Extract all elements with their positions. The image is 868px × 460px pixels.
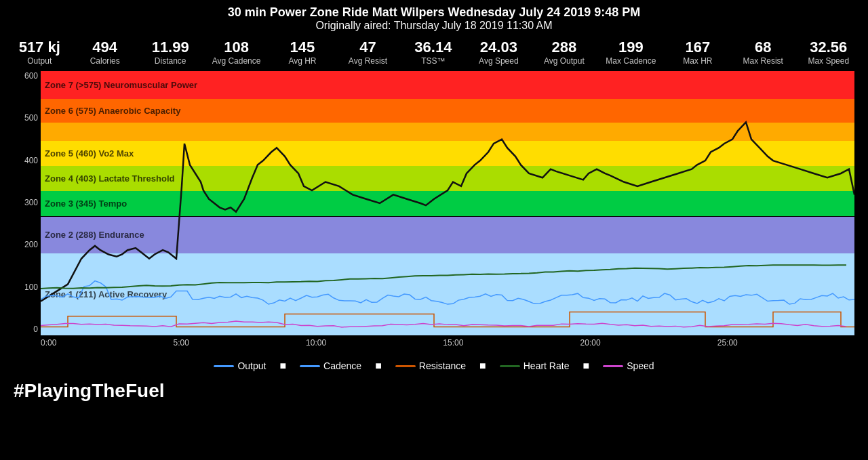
stat-item: 11.99Distance (146, 39, 194, 66)
title: 30 min Power Zone Ride Matt Wilpers Wedn… (0, 5, 868, 20)
hashtag: #PlayingTheFuel (0, 375, 868, 407)
stat-item: 145Avg HR (279, 39, 326, 66)
legend-output: Output (214, 360, 266, 371)
header: 30 min Power Zone Ride Matt Wilpers Wedn… (0, 0, 868, 35)
stats-row: 517 kjOutput494Calories11.99Distance108A… (0, 35, 868, 70)
x-axis: 0:00 5:00 10:00 15:00 20:00 25:00 (41, 335, 854, 356)
legend-cadence: Cadence (300, 360, 361, 371)
heartrate-legend-label: Heart Rate (524, 360, 570, 371)
y-axis: 0 100 200 300 400 500 600 (14, 71, 41, 335)
stat-item: 288Avg Output (540, 39, 588, 66)
legend-speed: Speed (603, 360, 654, 371)
legend: Output ■ Cadence ■ Resistance ■ Heart Ra… (0, 356, 868, 375)
stat-item: 32.56Max Speed (805, 39, 852, 66)
cadence-legend-label: Cadence (323, 360, 361, 371)
stat-item: 47Avg Resist (344, 39, 391, 66)
speed-legend-label: Speed (627, 360, 654, 371)
stat-item: 494Calories (81, 39, 129, 66)
heartrate-legend-line (500, 365, 520, 367)
output-legend-line (214, 365, 234, 367)
resistance-legend-line (395, 365, 416, 367)
stat-item: 108Avg Cadence (212, 39, 261, 66)
subtitle: Originally aired: Thursday July 18 2019 … (0, 20, 868, 32)
stat-item: 24.03Avg Speed (475, 39, 522, 66)
cadence-legend-line (300, 365, 320, 367)
output-legend-label: Output (237, 360, 266, 371)
stat-item: 36.14TSS™ (410, 39, 457, 66)
legend-heartrate: Heart Rate (500, 360, 570, 371)
chart-container: Zone 7 (>575) Neuromuscular PowerZone 6 … (14, 71, 854, 356)
stat-item: 68Max Resist (739, 39, 787, 66)
legend-resistance: Resistance (395, 360, 466, 371)
resistance-legend-label: Resistance (419, 360, 466, 371)
chart-svg (41, 71, 854, 335)
stat-item: 517 kjOutput (16, 39, 63, 66)
speed-legend-line (603, 365, 623, 367)
stat-item: 199Max Cadence (606, 39, 656, 66)
stat-item: 167Max HR (674, 39, 722, 66)
